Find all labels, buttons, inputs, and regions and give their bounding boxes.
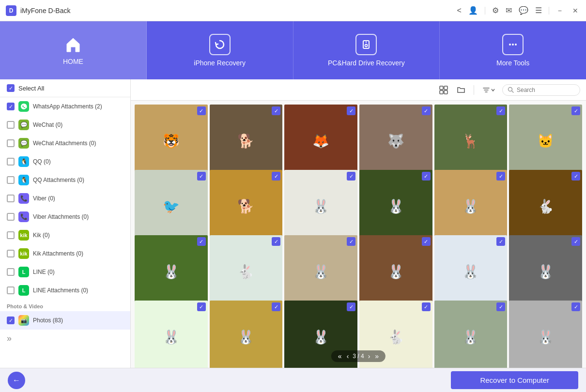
nav-more-tools[interactable]: More Tools — [440, 21, 586, 79]
photo-cell[interactable]: 🐦✓ — [135, 170, 208, 243]
photo-check-overlay[interactable]: ✓ — [347, 172, 355, 181]
photo-check-overlay[interactable]: ✓ — [197, 106, 206, 115]
photo-cell[interactable]: 🐇✓ — [509, 170, 582, 243]
photos-checkbox[interactable] — [7, 317, 15, 324]
menu-icon[interactable]: ☰ — [535, 6, 542, 15]
minimize-button[interactable]: − — [556, 6, 564, 15]
photo-cell[interactable]: 🐰✓ — [284, 235, 357, 308]
viber-checkbox[interactable] — [7, 195, 15, 202]
navbar: HOME iPhone Recovery PC&Hard Drive Recov… — [0, 21, 586, 79]
nav-iphone-recovery[interactable]: iPhone Recovery — [147, 21, 293, 79]
photo-cell[interactable]: 🐰✓ — [135, 301, 208, 368]
sidebar-item-qq[interactable]: 🐧 QQ (0) — [0, 152, 130, 171]
photo-cell[interactable]: 🐯✓ — [135, 105, 208, 178]
sidebar-item-qq-attachments[interactable]: 🐧 QQ Attachments (0) — [0, 171, 130, 189]
photo-check-overlay[interactable]: ✓ — [422, 302, 431, 311]
photo-cell[interactable]: 🐰✓ — [434, 235, 508, 308]
line-label: LINE (0) — [33, 269, 55, 275]
pagination-next-button[interactable]: › — [367, 352, 371, 360]
kik-attachments-checkbox[interactable] — [7, 250, 15, 257]
photo-cell[interactable]: 🐰✓ — [135, 235, 208, 308]
photo-check-overlay[interactable]: ✓ — [347, 302, 355, 311]
sidebar-item-viber[interactable]: 📞 Viber (0) — [0, 189, 130, 208]
photo-cell[interactable]: 🐰✓ — [359, 170, 432, 243]
kik-attachments-icon: kik — [18, 248, 29, 259]
photo-check-overlay[interactable]: ✓ — [347, 106, 355, 115]
line-attachments-checkbox[interactable] — [7, 286, 15, 294]
recover-to-computer-button[interactable]: Recover to Computer — [451, 371, 578, 389]
photo-check-overlay[interactable]: ✓ — [272, 172, 280, 181]
photo-check-overlay[interactable]: ✓ — [571, 172, 580, 181]
photo-cell[interactable]: 🐰✓ — [210, 301, 283, 368]
photo-cell[interactable]: 🦌✓ — [434, 105, 508, 178]
photo-check-overlay[interactable]: ✓ — [571, 237, 580, 246]
sidebar-more-items[interactable]: » — [0, 330, 130, 347]
photo-check-overlay[interactable]: ✓ — [347, 237, 355, 246]
photo-cell[interactable]: 🦊✓ — [284, 105, 357, 178]
photo-cell[interactable]: 🐕✓ — [210, 105, 283, 178]
photo-check-overlay[interactable]: ✓ — [571, 106, 580, 115]
sidebar-item-viber-attachments[interactable]: 📞 Viber Attachments (0) — [0, 208, 130, 226]
back-button[interactable]: ← — [8, 372, 25, 389]
photo-check-overlay[interactable]: ✓ — [197, 302, 206, 311]
sidebar-item-kik[interactable]: kik Kik (0) — [0, 226, 130, 244]
photo-check-overlay[interactable]: ✓ — [571, 302, 580, 311]
photo-check-overlay[interactable]: ✓ — [197, 237, 206, 246]
photo-cell[interactable]: 🐰✓ — [434, 170, 508, 243]
photo-check-overlay[interactable]: ✓ — [272, 106, 280, 115]
profile-icon[interactable]: 👤 — [468, 6, 478, 15]
photo-check-overlay[interactable]: ✓ — [496, 302, 505, 311]
photo-check-overlay[interactable]: ✓ — [422, 172, 431, 181]
bottombar: ← Recover to Computer — [0, 368, 586, 392]
photo-cell[interactable]: 🐰✓ — [509, 235, 582, 308]
photo-check-overlay[interactable]: ✓ — [422, 237, 431, 246]
folder-view-button[interactable] — [454, 83, 468, 97]
close-button[interactable]: ✕ — [571, 6, 580, 15]
grid-view-button[interactable] — [437, 83, 450, 97]
photo-check-overlay[interactable]: ✓ — [272, 302, 280, 311]
pagination-last-button[interactable]: » — [374, 352, 380, 360]
wechat-attachments-checkbox[interactable] — [7, 139, 15, 147]
sidebar-item-kik-attachments[interactable]: kik Kik Attachments (0) — [0, 244, 130, 263]
photo-check-overlay[interactable]: ✓ — [496, 106, 505, 115]
photo-cell[interactable]: 🐰✓ — [509, 301, 582, 368]
viber-attachments-checkbox[interactable] — [7, 213, 15, 221]
chat-icon[interactable]: 💬 — [519, 6, 528, 15]
photo-check-overlay[interactable]: ✓ — [197, 172, 206, 181]
photo-cell[interactable]: 🐰✓ — [434, 301, 508, 368]
settings-icon[interactable]: ⚙ — [492, 6, 499, 15]
pagination-first-button[interactable]: « — [337, 352, 343, 360]
sidebar-item-whatsapp-attachments[interactable]: WhatsApp Attachments (2) — [0, 97, 130, 116]
pagination-prev-button[interactable]: ‹ — [346, 352, 350, 360]
viber-attachments-icon: 📞 — [18, 211, 29, 222]
search-input[interactable] — [517, 87, 575, 93]
qq-checkbox[interactable] — [7, 158, 15, 166]
sidebar-item-line[interactable]: L LINE (0) — [0, 263, 130, 281]
photo-cell[interactable]: 🐕✓ — [210, 170, 283, 243]
photo-cell[interactable]: 🐱✓ — [509, 105, 582, 178]
photo-cell[interactable]: 🐇✓ — [210, 235, 283, 308]
select-all-checkbox[interactable] — [7, 84, 15, 92]
filter-button[interactable] — [480, 86, 498, 94]
photo-cell[interactable]: 🐺✓ — [359, 105, 432, 178]
nav-home[interactable]: HOME — [0, 21, 147, 79]
photo-check-overlay[interactable]: ✓ — [496, 172, 505, 181]
sidebar-item-line-attachments[interactable]: L LINE Attachments (0) — [0, 281, 130, 300]
photo-cell[interactable]: 🐰✓ — [284, 170, 357, 243]
sidebar-item-photos[interactable]: 📷 Photos (83) — [0, 311, 130, 330]
titlebar-separator — [485, 7, 485, 15]
whatsapp-checkbox[interactable] — [7, 103, 15, 110]
wechat-checkbox[interactable] — [7, 121, 15, 129]
kik-checkbox[interactable] — [7, 231, 15, 239]
line-checkbox[interactable] — [7, 268, 15, 276]
photo-cell[interactable]: 🐰✓ — [359, 235, 432, 308]
share-icon[interactable]: < — [457, 6, 461, 15]
sidebar-item-wechat[interactable]: 💬 WeChat (0) — [0, 116, 130, 134]
photo-check-overlay[interactable]: ✓ — [422, 106, 431, 115]
sidebar-item-wechat-attachments[interactable]: 💬 WeChat Attachments (0) — [0, 134, 130, 152]
photo-check-overlay[interactable]: ✓ — [272, 237, 280, 246]
photo-check-overlay[interactable]: ✓ — [496, 237, 505, 246]
nav-pc-recovery[interactable]: PC&Hard Drive Recovery — [293, 21, 440, 79]
qq-attachments-checkbox[interactable] — [7, 176, 15, 184]
mail-icon[interactable]: ✉ — [506, 6, 512, 15]
